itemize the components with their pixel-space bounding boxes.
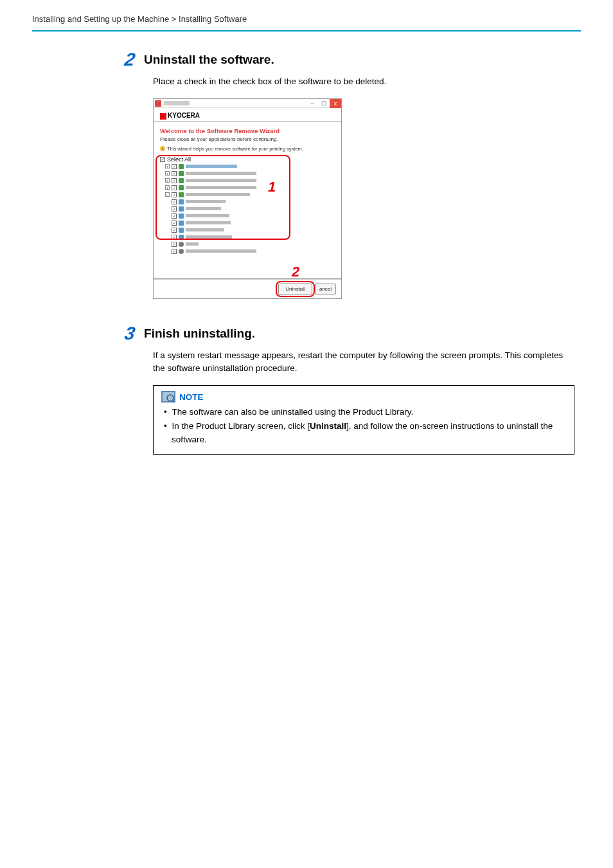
blurred-item (186, 193, 250, 196)
checkbox-icon[interactable]: ✓ (172, 228, 177, 233)
checkbox-icon[interactable]: ✓ (172, 221, 177, 226)
header-divider (32, 30, 581, 32)
info-icon: i (160, 146, 165, 151)
tree-row[interactable]: ✓ (160, 206, 335, 212)
tree-row[interactable]: ✓ (160, 241, 335, 248)
expand-icon[interactable]: – (165, 192, 170, 197)
note-bullet-1: The software can also be uninstalled usi… (164, 406, 566, 419)
wizard-footer: Uninstall ancel (154, 279, 341, 298)
file-icon (179, 235, 184, 240)
blurred-item (186, 207, 221, 210)
callout-number-1: 1 (268, 179, 276, 195)
checkbox-icon[interactable]: ✓ (172, 249, 177, 254)
tree-row[interactable]: + ✓ (160, 163, 335, 170)
wizard-info-text: i This wizard helps you remove software … (154, 145, 341, 154)
checkbox-icon[interactable]: ✓ (172, 164, 177, 169)
tree-row-select-all[interactable]: ✓ Select All (160, 156, 335, 163)
tree-row[interactable]: ✓ (160, 220, 335, 226)
tree-row[interactable]: ✓ (160, 199, 335, 205)
page-breadcrumb: Installing and Setting up the Machine > … (0, 0, 613, 30)
step-body-2: Place a check in the check box of the so… (153, 75, 574, 88)
file-icon (179, 221, 184, 226)
driver-icon (179, 185, 184, 190)
driver-icon (179, 171, 184, 176)
window-minimize-button[interactable]: – (306, 99, 318, 108)
checkbox-icon[interactable]: ✓ (172, 235, 177, 240)
file-icon (179, 213, 184, 219)
window-maximize-button[interactable]: ☐ (318, 99, 330, 108)
blurred-item (186, 179, 256, 182)
step-title-2: Uninstall the software. (144, 51, 274, 67)
file-icon (179, 228, 184, 233)
window-title-blurred (164, 101, 190, 105)
checkbox-icon[interactable]: ✓ (172, 171, 177, 176)
expand-icon[interactable]: + (165, 164, 170, 168)
wizard-screenshot: – ☐ x KYOCERA Welcome to the Software Re… (153, 98, 574, 298)
note-icon (161, 391, 175, 402)
file-icon (179, 206, 184, 212)
checkbox-icon[interactable]: ✓ (172, 242, 177, 247)
tool-icon (179, 249, 184, 254)
window-titlebar: – ☐ x (154, 99, 341, 108)
expand-icon[interactable]: + (165, 178, 170, 183)
blurred-item (186, 221, 231, 224)
tree-row[interactable]: + ✓ (160, 170, 335, 177)
blurred-item (186, 249, 256, 253)
software-tree: ✓ Select All + ✓ + ✓ + ✓ (154, 154, 341, 262)
tree-row[interactable]: + ✓ (160, 185, 335, 191)
callout-number-2: 2 (292, 264, 299, 280)
note-title: NOTE (179, 392, 204, 402)
driver-icon (179, 178, 184, 183)
checkbox-icon[interactable]: ✓ (172, 199, 177, 204)
driver-icon (179, 192, 184, 197)
note-block: NOTE The software can also be uninstalle… (153, 385, 574, 455)
wizard-heading: Welcome to the Software Remove Wizard (154, 122, 341, 136)
tree-row[interactable]: ✓ (160, 227, 335, 233)
checkbox-icon[interactable]: ✓ (172, 185, 177, 190)
window-close-button[interactable]: x (330, 99, 341, 108)
step-number-2: 2 (117, 51, 146, 69)
checkbox-icon[interactable]: ✓ (172, 206, 177, 212)
checkbox-icon[interactable]: ✓ (160, 157, 165, 162)
checkbox-icon[interactable]: ✓ (172, 178, 177, 183)
tree-row[interactable]: ✓ (160, 248, 335, 255)
blurred-item (186, 172, 256, 175)
checkbox-icon[interactable]: ✓ (172, 213, 177, 219)
blurred-item (186, 235, 232, 239)
expand-icon[interactable]: + (165, 171, 170, 176)
step-number-3: 3 (117, 325, 146, 343)
driver-icon (179, 164, 184, 169)
expand-icon[interactable]: + (165, 185, 170, 190)
tree-row[interactable]: ✓ (160, 213, 335, 219)
blurred-item (186, 165, 237, 168)
tree-row[interactable]: – ✓ (160, 192, 335, 198)
tree-row[interactable]: + ✓ (160, 177, 335, 184)
tree-row[interactable]: ✓ (160, 234, 335, 240)
blurred-item (186, 200, 226, 203)
kyocera-logo-icon (160, 113, 166, 120)
checkbox-icon[interactable]: ✓ (172, 192, 177, 197)
blurred-item (186, 186, 256, 189)
note-bullet-2: In the Product Library screen, click [Un… (164, 420, 566, 446)
tool-icon (179, 242, 184, 247)
file-icon (179, 199, 184, 204)
wizard-brand-logo: KYOCERA (154, 108, 341, 121)
uninstall-button[interactable]: Uninstall (278, 284, 312, 294)
step-body-3: If a system restart message appears, res… (153, 349, 574, 375)
window-app-icon (155, 100, 161, 107)
cancel-button[interactable]: ancel (315, 284, 336, 294)
blurred-item (186, 214, 229, 217)
wizard-subheading: Please close all your applications befor… (154, 136, 341, 145)
step-title-3: Finish uninstalling. (144, 325, 255, 341)
blurred-item (186, 242, 199, 246)
blurred-item (186, 228, 224, 231)
select-all-label: Select All (167, 156, 191, 163)
